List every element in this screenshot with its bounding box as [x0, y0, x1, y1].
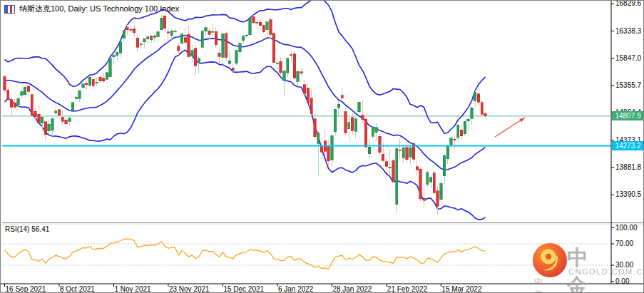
price-axis-label: 15355.7 [615, 81, 641, 90]
candle-body [375, 128, 377, 133]
candle-body [402, 148, 404, 158]
trend-arrow-head [519, 118, 525, 122]
candle-body [55, 111, 57, 113]
candle-body [222, 34, 224, 57]
candle-body [41, 117, 43, 123]
candle-body [136, 38, 138, 47]
current-price-tag: 14807.9 [612, 111, 644, 120]
candle-body [293, 54, 295, 78]
candle-body [460, 130, 462, 136]
rsi-axis-label: 0.00 [615, 277, 629, 286]
price-axis-label: 13390.5 [615, 190, 641, 199]
candle-body [481, 103, 483, 115]
candle-body [17, 98, 19, 104]
candle-body [205, 28, 207, 31]
candle-body [341, 96, 343, 98]
candle-body [38, 114, 40, 123]
candle-body [426, 173, 429, 185]
candle-body [399, 150, 401, 150]
date-axis-label: 15 Dec 2021 [223, 285, 264, 293]
candle-body [48, 124, 50, 131]
candle-body [109, 58, 111, 77]
candle-body [239, 43, 241, 52]
candle-body [92, 79, 94, 86]
candle-body [153, 36, 155, 37]
candle-body [307, 88, 309, 103]
candle-body [433, 173, 435, 192]
price-chart-canvas[interactable] [1, 1, 644, 293]
candle-body [484, 113, 486, 116]
rsi-axis-label: 70.00 [615, 240, 633, 248]
candle-body [140, 44, 142, 45]
candle-body [423, 198, 425, 199]
candle-body [471, 108, 473, 118]
candle-body [88, 77, 91, 86]
candle-body [396, 148, 398, 204]
candle-body [300, 72, 302, 73]
candle-body [446, 146, 449, 159]
candle-body [194, 48, 196, 66]
rsi-axis-label: 30.00 [615, 261, 633, 269]
bollinger-lower-band [5, 50, 486, 220]
candle-body [368, 147, 370, 154]
candle-body [174, 31, 176, 31]
candle-body [75, 97, 77, 98]
candle-body [96, 82, 98, 83]
candle-body [320, 147, 322, 153]
chart-title: 纳斯达克100, Daily: US Technology 100 Index [19, 4, 179, 14]
candle-body [126, 28, 128, 30]
candle-body [198, 58, 200, 62]
candle-body [348, 123, 350, 129]
candle-body [409, 148, 412, 157]
price-axis-label: 16338.3 [615, 27, 641, 36]
candle-body [82, 84, 84, 88]
candle-body [245, 35, 247, 36]
candle-body [31, 95, 33, 115]
candle-body [65, 120, 67, 123]
candle-body [58, 110, 60, 115]
candle-body [201, 31, 203, 47]
candle-body [276, 63, 278, 63]
candle-body [440, 183, 442, 200]
candle-body [317, 133, 320, 143]
price-axis-label: 15847.0 [615, 54, 641, 63]
candle-body [113, 56, 115, 57]
candle-body [477, 94, 479, 103]
candle-body [188, 34, 190, 56]
candle-body [180, 34, 183, 43]
candle-body [270, 20, 272, 34]
candle-body [280, 61, 282, 73]
candle-body [256, 22, 258, 23]
candle-body [14, 103, 16, 107]
candle-body [27, 86, 29, 91]
date-axis-label: 16 Sep 2021 [6, 285, 46, 293]
candle-body [416, 167, 418, 170]
candle-body [71, 103, 73, 110]
candle-body [215, 31, 217, 44]
candle-body [191, 51, 193, 56]
candle-body [10, 100, 12, 107]
candle-body [314, 119, 316, 137]
candle-body [99, 77, 101, 81]
candle-body [21, 92, 23, 96]
candle-body [242, 36, 244, 41]
candle-body [160, 18, 163, 29]
candle-body [283, 71, 285, 80]
date-axis-label: 1 Nov 2021 [114, 285, 150, 293]
candle-body [184, 38, 186, 42]
candle-body [331, 135, 333, 160]
candle-body [106, 73, 108, 80]
rsi-indicator-label: RSI(14) 56.41 [5, 225, 49, 233]
candle-body [44, 122, 46, 135]
candle-body [337, 104, 339, 108]
candle-body [61, 117, 63, 121]
candle-body [24, 87, 26, 95]
candle-body [351, 118, 353, 130]
candle-body [262, 25, 265, 32]
date-axis-label: 6 Jan 2022 [278, 285, 314, 293]
candle-body [130, 29, 132, 30]
candle-body [170, 31, 173, 36]
candle-body [116, 52, 118, 56]
candle-body [228, 61, 230, 63]
candle-body [364, 119, 367, 147]
